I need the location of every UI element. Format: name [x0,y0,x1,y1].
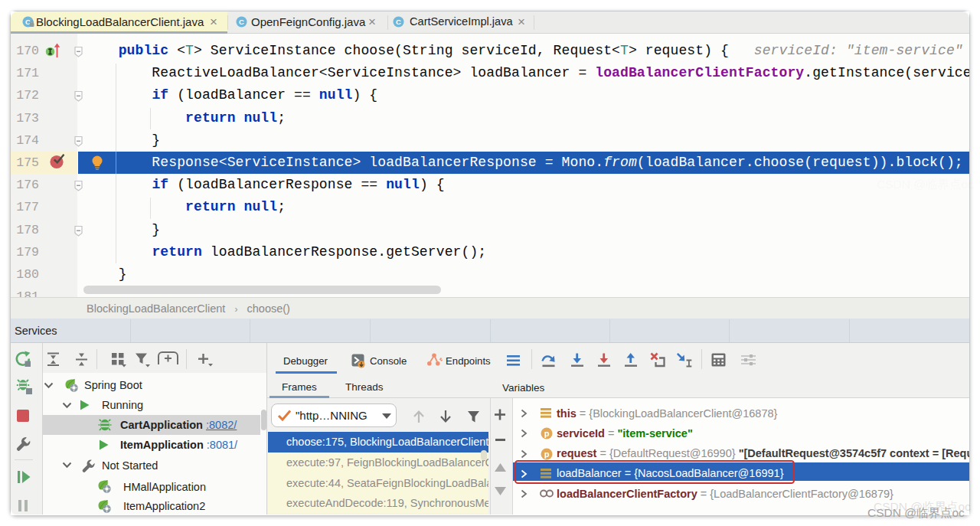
svg-text:p: p [544,429,550,438]
svg-text:C: C [396,18,401,26]
svg-text:C: C [239,18,244,26]
svg-text:p: p [544,449,550,459]
